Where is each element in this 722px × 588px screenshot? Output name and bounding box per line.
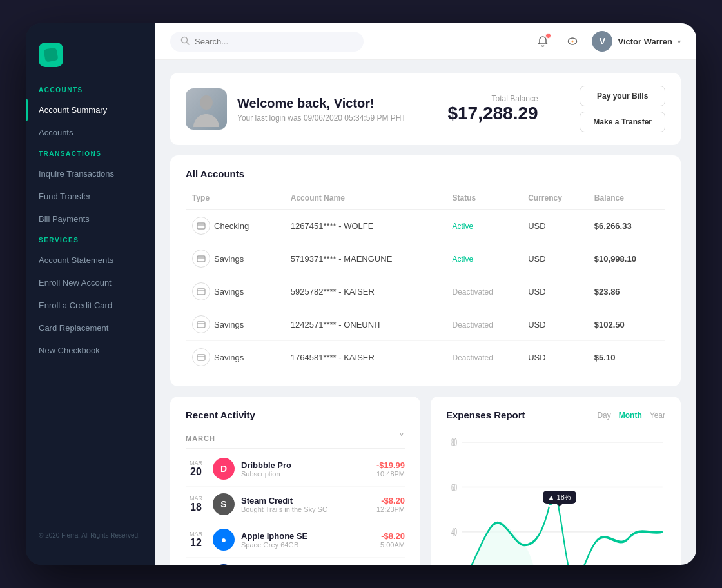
header-right: V Victor Warren ▾ bbox=[532, 31, 681, 52]
list-item[interactable]: MAR 20 D Dribbble Pro Subscription -$19.… bbox=[186, 451, 405, 487]
accounts-title: All Accounts bbox=[186, 168, 665, 179]
list-item[interactable]: MAR 12 ● Apple Iphone SE Space Grey 64GB… bbox=[186, 522, 405, 558]
chart-tab-year[interactable]: Year bbox=[650, 411, 665, 420]
main-content: V Victor Warren ▾ Welcom bbox=[155, 23, 696, 565]
sidebar-item-bill-payments[interactable]: Bill Payments bbox=[26, 208, 155, 230]
table-row[interactable]: Savings5719371**** - MAENGUNEActiveUSD$1… bbox=[186, 242, 665, 275]
sidebar-section-services: SERVICESAccount StatementsEnroll New Acc… bbox=[26, 237, 155, 362]
col-balance: Balance bbox=[588, 190, 665, 210]
account-type-cell: Savings bbox=[186, 341, 284, 374]
activity-date: MAR 18 bbox=[186, 495, 206, 513]
svg-point-3 bbox=[572, 41, 574, 43]
account-currency-cell: USD bbox=[522, 308, 588, 341]
sidebar-item-card-replacement[interactable]: Card Replacement bbox=[26, 317, 155, 339]
activity-icon: D bbox=[213, 458, 235, 480]
activity-right: -$8.20 12:23PM bbox=[376, 496, 405, 513]
sidebar-section-transactions: TRANSACTIONSInquire TransactionsFund Tra… bbox=[26, 150, 155, 230]
account-balance-cell: $5.10 bbox=[588, 341, 665, 374]
balance-section: Total Balance $17,288.29 bbox=[447, 94, 538, 124]
expenses-chart-svg: 80 60 40 20 0 bbox=[446, 428, 665, 565]
account-currency-cell: USD bbox=[522, 242, 588, 275]
welcome-card: Welcome back, Victor! Your last login wa… bbox=[170, 73, 681, 145]
activity-name: Dribbble Pro bbox=[241, 460, 370, 470]
table-row[interactable]: Savings5925782**** - KAISERDeactivatedUS… bbox=[186, 275, 665, 308]
logo-icon bbox=[39, 43, 63, 67]
chart-tabs: DayMonthYear bbox=[597, 411, 665, 420]
activity-info: Steam Credit Bought Trails in the Sky SC bbox=[241, 496, 370, 513]
chart-header: Expenses Report DayMonthYear bbox=[446, 409, 665, 420]
svg-text:80: 80 bbox=[451, 438, 457, 449]
sidebar-item-fund-transfer[interactable]: Fund Transfer bbox=[26, 185, 155, 208]
activity-time: 12:23PM bbox=[376, 505, 405, 513]
svg-rect-13 bbox=[197, 355, 205, 360]
notification-icon[interactable] bbox=[532, 31, 553, 52]
activity-info: Apple Iphone SE Space Grey 64GB bbox=[241, 531, 374, 549]
sidebar-item-enroll-new-account[interactable]: Enroll New Account bbox=[26, 271, 155, 294]
message-icon[interactable] bbox=[562, 31, 583, 52]
list-item[interactable]: MAR 18 S Steam Credit Bought Trails in t… bbox=[186, 487, 405, 522]
sidebar-section-label: TRANSACTIONS bbox=[26, 150, 155, 162]
account-balance-cell: $23.86 bbox=[588, 275, 665, 308]
chart-tab-month[interactable]: Month bbox=[619, 411, 642, 420]
sidebar-item-enroll-credit-card[interactable]: Enroll a Credit Card bbox=[26, 294, 155, 317]
activity-info: Dribbble Pro Subscription bbox=[241, 460, 370, 478]
svg-rect-9 bbox=[197, 289, 205, 295]
account-type-cell: Savings bbox=[186, 242, 284, 275]
activity-right: -$19.99 10:48PM bbox=[376, 460, 405, 478]
activity-sub: Subscription bbox=[241, 470, 370, 478]
activity-date: MAR 12 bbox=[186, 531, 206, 549]
account-name-cell: 5925782**** - KAISER bbox=[284, 275, 446, 308]
list-item[interactable]: MAR 04 P Paypal Transfer Sent for Design… bbox=[186, 558, 405, 565]
svg-point-25 bbox=[548, 496, 553, 507]
account-type-cell: Savings bbox=[186, 308, 284, 341]
account-name-cell: 1267451**** - WOLFE bbox=[284, 210, 446, 242]
sidebar-item-account-summary[interactable]: Account Summary bbox=[26, 99, 155, 121]
account-type-cell: Checking bbox=[186, 210, 284, 242]
account-status-cell: Active bbox=[445, 242, 522, 275]
sidebar-section-label: SERVICES bbox=[26, 237, 155, 249]
sidebar-section-accounts: ACCOUNTSAccount SummaryAccounts bbox=[26, 86, 155, 144]
sidebar-item-new-checkbook[interactable]: New Checkbook bbox=[26, 339, 155, 362]
activity-date: MAR 20 bbox=[186, 460, 206, 478]
search-bar[interactable] bbox=[170, 32, 364, 52]
svg-rect-11 bbox=[197, 322, 205, 328]
activity-icon: ● bbox=[213, 529, 235, 551]
col-type: Type bbox=[186, 190, 284, 210]
accounts-card: All Accounts TypeAccount NameStatusCurre… bbox=[170, 155, 681, 386]
svg-rect-5 bbox=[197, 223, 205, 229]
activity-amount: -$8.20 bbox=[376, 496, 405, 505]
pay-bills-button[interactable]: Pay your Bills bbox=[580, 86, 665, 106]
month-header: MARCH˅ bbox=[186, 428, 405, 449]
sidebar-item-accounts[interactable]: Accounts bbox=[26, 121, 155, 144]
table-row[interactable]: Savings1764581**** - KAISERDeactivatedUS… bbox=[186, 341, 665, 374]
account-balance-cell: $6,266.33 bbox=[588, 210, 665, 242]
account-currency-cell: USD bbox=[522, 275, 588, 308]
sidebar-item-account-statements[interactable]: Account Statements bbox=[26, 249, 155, 271]
welcome-greeting: Welcome back, Victor! bbox=[237, 96, 406, 111]
svg-rect-7 bbox=[197, 256, 205, 262]
activity-time: 5:00AM bbox=[380, 541, 405, 549]
chart-tab-day[interactable]: Day bbox=[597, 411, 610, 420]
header: V Victor Warren ▾ bbox=[155, 23, 696, 60]
welcome-left: Welcome back, Victor! Your last login wa… bbox=[186, 88, 406, 130]
activity-sub: Bought Trails in the Sky SC bbox=[241, 505, 370, 513]
make-transfer-button[interactable]: Make a Transfer bbox=[580, 112, 665, 132]
profile-avatar bbox=[186, 88, 227, 130]
search-icon bbox=[180, 36, 190, 47]
search-input[interactable] bbox=[195, 37, 353, 46]
account-type-cell: Savings bbox=[186, 275, 284, 308]
account-currency-cell: USD bbox=[522, 210, 588, 242]
user-menu[interactable]: V Victor Warren ▾ bbox=[592, 31, 681, 52]
welcome-actions: Pay your Bills Make a Transfer bbox=[580, 86, 665, 132]
sidebar: ACCOUNTSAccount SummaryAccountsTRANSACTI… bbox=[26, 23, 155, 565]
bottom-row: Recent Activity MARCH˅ MAR 20 D Dribbble… bbox=[170, 397, 681, 565]
device-frame: ACCOUNTSAccount SummaryAccountsTRANSACTI… bbox=[26, 23, 696, 565]
chart-area: 80 60 40 20 0 bbox=[446, 428, 665, 565]
account-name-cell: 1242571**** - ONEUNIT bbox=[284, 308, 446, 341]
col-account-name: Account Name bbox=[284, 190, 446, 210]
activity-icon: P bbox=[213, 564, 235, 565]
table-row[interactable]: Savings1242571**** - ONEUNITDeactivatedU… bbox=[186, 308, 665, 341]
table-row[interactable]: Checking1267451**** - WOLFEActiveUSD$6,2… bbox=[186, 210, 665, 242]
sidebar-item-inquire-transactions[interactable]: Inquire Transactions bbox=[26, 162, 155, 185]
welcome-text: Welcome back, Victor! Your last login wa… bbox=[237, 96, 406, 122]
